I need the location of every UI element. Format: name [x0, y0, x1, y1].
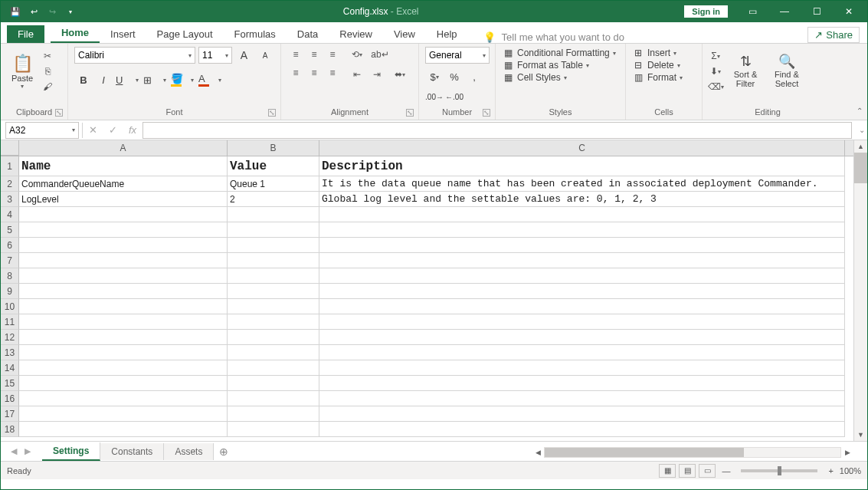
sheet-nav-next-icon[interactable]: ▶	[21, 446, 34, 456]
row-header[interactable]: 18	[1, 422, 19, 437]
cell[interactable]	[319, 268, 845, 284]
sort-filter-button[interactable]: ⇅ Sort & Filter	[727, 50, 764, 88]
cell[interactable]	[19, 284, 228, 299]
dialog-launcher-icon[interactable]: ⤡	[55, 109, 63, 117]
tab-formulas[interactable]: Formulas	[224, 25, 287, 43]
align-right-icon[interactable]: ≡	[324, 65, 341, 81]
cell[interactable]	[228, 253, 319, 268]
sign-in-button[interactable]: Sign in	[684, 5, 728, 18]
delete-cells-button[interactable]: ⊟Delete▾	[632, 59, 696, 71]
cell[interactable]	[19, 207, 228, 222]
dialog-launcher-icon[interactable]: ⤡	[483, 109, 490, 117]
row-header[interactable]: 10	[1, 299, 19, 314]
collapse-ribbon-icon[interactable]: ⌃	[857, 107, 863, 115]
sheet-nav-prev-icon[interactable]: ◀	[7, 446, 21, 456]
font-size-select[interactable]: 11▾	[198, 47, 232, 64]
decrease-decimal-icon[interactable]: ←.00	[445, 88, 463, 105]
cell[interactable]	[319, 238, 845, 253]
save-icon[interactable]: 💾	[8, 5, 22, 18]
cell[interactable]	[19, 345, 228, 360]
qat-dropdown-icon[interactable]: ▾	[64, 5, 77, 18]
horizontal-scrollbar[interactable]: ◀ ▶	[532, 444, 853, 461]
cell[interactable]	[19, 376, 228, 391]
cell[interactable]	[319, 422, 845, 437]
increase-decimal-icon[interactable]: .00→	[425, 88, 444, 105]
cell[interactable]: LogLevel	[19, 192, 228, 207]
tab-help[interactable]: Help	[426, 25, 468, 43]
cell[interactable]	[19, 253, 228, 268]
tab-data[interactable]: Data	[287, 25, 329, 43]
cell[interactable]	[319, 330, 845, 345]
autosum-icon[interactable]: Σ▾	[709, 50, 722, 62]
copy-icon[interactable]: ⎘	[41, 65, 54, 77]
cell[interactable]	[228, 238, 319, 253]
column-header[interactable]: A	[19, 140, 228, 156]
cell[interactable]	[228, 376, 319, 391]
dialog-launcher-icon[interactable]: ⤡	[268, 109, 276, 117]
number-format-select[interactable]: General▾	[425, 47, 490, 64]
cell[interactable]	[228, 207, 319, 222]
tell-me-search[interactable]: 💡 Tell me what you want to do	[468, 31, 624, 43]
scroll-right-icon[interactable]: ▶	[841, 449, 853, 456]
vertical-scrollbar[interactable]: ▲ ▼	[853, 140, 867, 441]
align-top-icon[interactable]: ≡	[287, 47, 304, 62]
font-name-select[interactable]: Calibri▾	[74, 47, 195, 64]
insert-cells-button[interactable]: ⊞Insert▾	[632, 47, 696, 59]
sheet-tab-assets[interactable]: Assets	[164, 443, 214, 460]
decrease-indent-icon[interactable]: ⇤	[349, 67, 365, 82]
zoom-thumb[interactable]	[778, 466, 781, 475]
cell[interactable]	[19, 268, 228, 284]
undo-icon[interactable]: ↩	[27, 5, 41, 18]
cell[interactable]	[19, 238, 228, 253]
cell[interactable]	[19, 406, 228, 422]
page-break-view-icon[interactable]: ▭	[699, 464, 716, 478]
cell[interactable]	[228, 268, 319, 284]
percent-format-icon[interactable]: %	[445, 68, 463, 85]
name-box[interactable]: A32▾	[5, 122, 79, 139]
hscroll-thumb[interactable]	[545, 448, 744, 457]
row-header[interactable]: 12	[1, 330, 19, 345]
accounting-format-icon[interactable]: $▾	[425, 68, 444, 85]
cell[interactable]	[19, 314, 228, 330]
cell[interactable]	[228, 406, 319, 422]
cell[interactable]	[228, 314, 319, 330]
cell[interactable]	[319, 376, 845, 391]
format-as-table-button[interactable]: ▦Format as Table▾	[502, 59, 619, 71]
align-left-icon[interactable]: ≡	[287, 65, 304, 81]
scroll-down-icon[interactable]: ▼	[854, 429, 867, 441]
merge-center-button[interactable]: ⬌▾	[388, 67, 411, 82]
cell[interactable]	[319, 360, 845, 376]
row-header[interactable]: 6	[1, 238, 19, 253]
cell[interactable]	[319, 253, 845, 268]
row-header[interactable]: 4	[1, 207, 19, 222]
row-header[interactable]: 7	[1, 253, 19, 268]
font-color-button[interactable]: A▾	[197, 71, 223, 88]
cell[interactable]	[19, 299, 228, 314]
close-button[interactable]: ✕	[834, 2, 864, 21]
tab-view[interactable]: View	[383, 25, 426, 43]
fx-icon[interactable]: fx	[123, 124, 142, 136]
find-select-button[interactable]: 🔍 Find & Select	[768, 50, 805, 88]
cell[interactable]	[319, 299, 845, 314]
cell[interactable]	[319, 207, 845, 222]
cell[interactable]	[228, 422, 319, 437]
align-center-icon[interactable]: ≡	[306, 65, 323, 81]
maximize-button[interactable]: ☐	[801, 2, 832, 21]
sheet-tab-constants[interactable]: Constants	[100, 443, 164, 460]
clear-icon[interactable]: ⌫▾	[709, 81, 722, 93]
fill-color-button[interactable]: 🪣▾	[169, 71, 195, 88]
select-all-corner[interactable]	[1, 140, 19, 156]
scroll-thumb[interactable]	[854, 153, 867, 183]
row-header[interactable]: 1	[1, 156, 19, 176]
cell[interactable]: Global log level and the settable values…	[319, 192, 845, 207]
cell[interactable]: 2	[228, 192, 319, 207]
tab-review[interactable]: Review	[329, 25, 383, 43]
file-tab[interactable]: File	[7, 25, 44, 43]
cut-icon[interactable]: ✂	[41, 50, 54, 62]
bold-button[interactable]: B	[74, 71, 93, 88]
cell[interactable]: Queue 1	[228, 176, 319, 192]
cell[interactable]	[228, 345, 319, 360]
cell[interactable]	[19, 422, 228, 437]
paste-button[interactable]: 📋 Paste ▾	[7, 47, 38, 93]
sheet-tab-settings[interactable]: Settings	[42, 442, 100, 461]
